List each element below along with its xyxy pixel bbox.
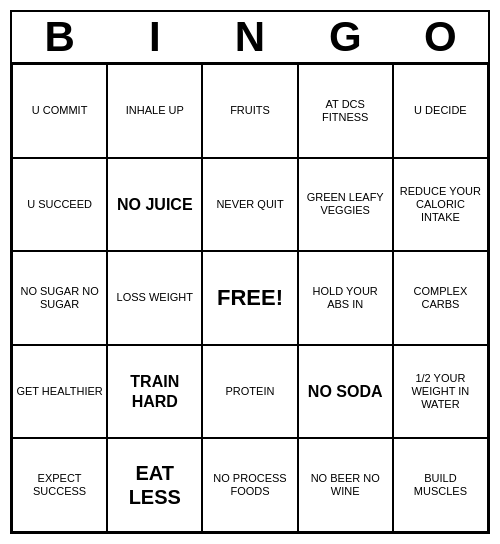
bingo-cell-24: BUILD MUSCLES: [393, 438, 488, 532]
bingo-cell-16: TRAIN HARD: [107, 345, 202, 439]
bingo-cell-14: COMPLEX CARBS: [393, 251, 488, 345]
bingo-cell-9: REDUCE YOUR CALORIC INTAKE: [393, 158, 488, 252]
bingo-cell-19: 1/2 YOUR WEIGHT IN WATER: [393, 345, 488, 439]
header-i: I: [107, 13, 202, 61]
header-b: B: [12, 13, 107, 61]
bingo-cell-10: NO SUGAR NO SUGAR: [12, 251, 107, 345]
bingo-cell-17: PROTEIN: [202, 345, 297, 439]
bingo-cell-8: GREEN LEAFY VEGGIES: [298, 158, 393, 252]
bingo-cell-18: NO SODA: [298, 345, 393, 439]
bingo-cell-20: EXPECT SUCCESS: [12, 438, 107, 532]
header-g: G: [298, 13, 393, 61]
bingo-cell-4: U DECIDE: [393, 64, 488, 158]
bingo-cell-12: FREE!: [202, 251, 297, 345]
bingo-cell-11: LOSS WEIGHT: [107, 251, 202, 345]
bingo-cell-23: NO BEER NO WINE: [298, 438, 393, 532]
bingo-cell-0: U COMMIT: [12, 64, 107, 158]
bingo-cell-1: INHALE UP: [107, 64, 202, 158]
bingo-cell-13: HOLD YOUR ABS IN: [298, 251, 393, 345]
bingo-grid: U COMMITINHALE UPFRUITSAT DCS FITNESSU D…: [12, 64, 488, 532]
bingo-cell-3: AT DCS FITNESS: [298, 64, 393, 158]
header-o: O: [393, 13, 488, 61]
header-n: N: [202, 13, 297, 61]
bingo-cell-2: FRUITS: [202, 64, 297, 158]
bingo-cell-6: NO JUICE: [107, 158, 202, 252]
bingo-header: B I N G O: [12, 12, 488, 64]
bingo-cell-22: NO PROCESS FOODS: [202, 438, 297, 532]
bingo-cell-7: NEVER QUIT: [202, 158, 297, 252]
bingo-cell-15: GET HEALTHIER: [12, 345, 107, 439]
bingo-cell-5: U SUCCEED: [12, 158, 107, 252]
bingo-cell-21: EAT LESS: [107, 438, 202, 532]
bingo-card: B I N G O U COMMITINHALE UPFRUITSAT DCS …: [10, 10, 490, 534]
